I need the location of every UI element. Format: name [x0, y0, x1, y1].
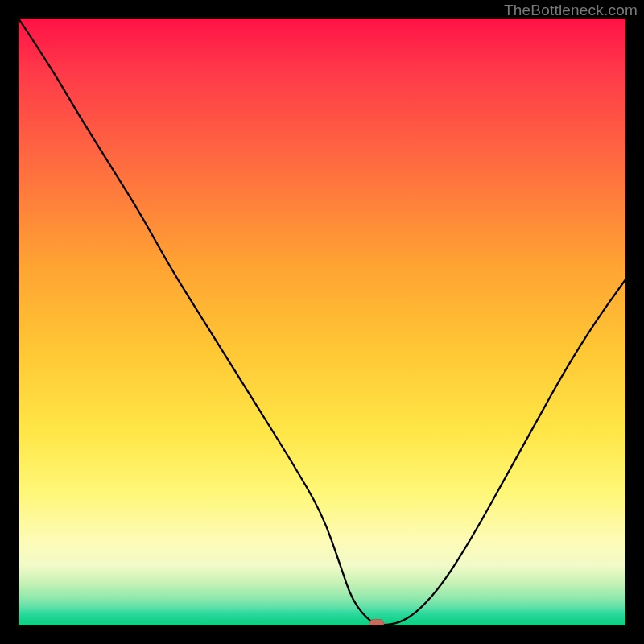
chart-stage: TheBottleneck.com [0, 0, 644, 644]
minimum-marker [369, 620, 384, 626]
plot-area [19, 19, 625, 625]
watermark-text: TheBottleneck.com [504, 2, 638, 19]
curve-svg [19, 19, 625, 625]
bottleneck-curve [19, 19, 625, 625]
